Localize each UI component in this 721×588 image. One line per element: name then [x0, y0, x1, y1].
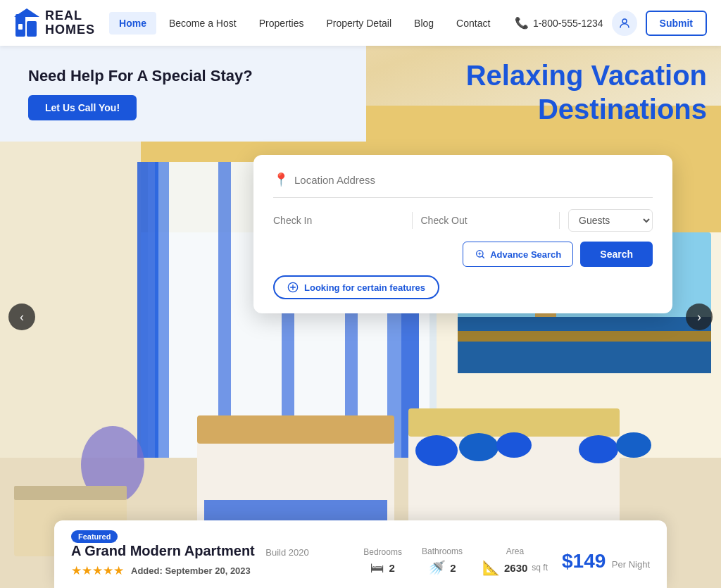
carousel-next-button[interactable]: › [686, 304, 713, 330]
user-account-button[interactable] [612, 11, 637, 36]
hero-section: Need Help For A Special Stay? Let Us Cal… [0, 46, 721, 588]
svg-point-24 [459, 433, 499, 461]
advance-search-icon [475, 249, 486, 260]
svg-rect-1 [27, 21, 37, 37]
svg-point-25 [496, 432, 532, 458]
svg-rect-12 [155, 162, 169, 458]
location-input[interactable] [294, 174, 653, 186]
card-price: $149 Per Night [562, 550, 650, 573]
phone-icon: 📞 [515, 16, 529, 30]
features-button[interactable]: Looking for certain features [273, 275, 439, 299]
search-location-row: 📍 [273, 172, 653, 198]
svg-rect-29 [458, 317, 711, 373]
price-per-label: Per Night [612, 559, 650, 570]
svg-rect-15 [218, 162, 231, 458]
checkin-input[interactable] [273, 212, 403, 229]
svg-point-26 [579, 435, 618, 463]
search-box: 📍 Guests 1 Guest 2 Guests 3 Guests 4+ Gu… [253, 155, 672, 313]
bath-icon: 🚿 [428, 559, 446, 576]
logo-text: REAL HOMES [45, 9, 95, 37]
header-right: 📞 1-800-555-1234 Submit [515, 11, 707, 36]
nav-contact[interactable]: Contact [446, 12, 500, 35]
advance-search-button[interactable]: Advance Search [463, 242, 573, 267]
area-stat: Area 📐 2630 sq ft [482, 546, 548, 576]
property-card: Featured A Grand Modern Apartment Build … [54, 520, 667, 588]
card-stats: Bedrooms 🛏 2 Bathrooms 🚿 2 Area 📐 2630 [363, 546, 548, 576]
nav-blog[interactable]: Blog [404, 12, 444, 35]
logo-real: REAL [45, 9, 95, 23]
svg-point-23 [415, 435, 458, 466]
build-year: Build 2020 [265, 547, 308, 558]
card-info: A Grand Modern Apartment Build 2020 ★★★★… [71, 543, 349, 580]
call-cta-button[interactable]: Let Us Call You! [28, 95, 137, 120]
advance-search-label: Advance Search [490, 249, 561, 260]
guests-select[interactable]: Guests 1 Guest 2 Guests 3 Guests 4+ Gues… [568, 209, 653, 232]
search-dates-row: Guests 1 Guest 2 Guests 3 Guests 4+ Gues… [273, 209, 653, 232]
svg-point-4 [622, 19, 627, 23]
nav-properties[interactable]: Properties [249, 12, 314, 35]
features-label: Looking for certain features [304, 282, 425, 293]
promo-bar: Need Help For A Special Stay? Let Us Cal… [0, 46, 366, 142]
promo-headline: Need Help For A Special Stay? [28, 67, 338, 85]
svg-rect-37 [14, 486, 127, 500]
logo-icon [14, 8, 39, 38]
nav-become-host[interactable]: Become a Host [159, 12, 246, 35]
date-divider [412, 212, 413, 229]
svg-rect-19 [197, 415, 394, 444]
nav-home[interactable]: Home [109, 12, 156, 35]
phone-area: 📞 1-800-555-1234 [515, 16, 603, 30]
main-nav: Home Become a Host Properties Property D… [109, 12, 515, 35]
guests-divider [559, 212, 560, 229]
header: REAL HOMES Home Become a Host Properties… [0, 0, 721, 46]
svg-marker-2 [14, 8, 39, 17]
logo-homes: HOMES [45, 23, 95, 37]
featured-badge: Featured [71, 530, 118, 543]
submit-button[interactable]: Submit [646, 11, 707, 36]
rating-row: ★★★★★ Added: September 20, 2023 [71, 563, 349, 578]
hero-headline: Relaxing Vacation Destinations [355, 58, 707, 126]
bathrooms-stat: Bathrooms 🚿 2 [422, 546, 463, 576]
search-button[interactable]: Search [580, 242, 653, 267]
bedrooms-stat: Bedrooms 🛏 2 [363, 547, 402, 576]
features-plus-icon [287, 282, 299, 293]
star-rating: ★★★★★ [71, 563, 124, 578]
property-price: $149 [562, 550, 606, 572]
phone-number: 1-800-555-1234 [533, 18, 603, 29]
added-text: Added: September 20, 2023 [131, 565, 251, 576]
nav-property-detail[interactable]: Property Detail [316, 12, 401, 35]
logo[interactable]: REAL HOMES [14, 8, 95, 38]
svg-rect-33 [458, 331, 711, 342]
svg-rect-3 [18, 24, 23, 30]
location-pin-icon: 📍 [273, 172, 289, 187]
property-title: A Grand Modern Apartment Build 2020 [71, 543, 349, 559]
search-actions: Advance Search Search [273, 242, 653, 267]
checkout-input[interactable] [421, 212, 551, 229]
bed-icon: 🛏 [370, 560, 384, 576]
svg-point-27 [616, 432, 651, 458]
carousel-prev-button[interactable]: ‹ [8, 304, 35, 330]
user-icon [618, 17, 631, 30]
area-icon: 📐 [482, 559, 500, 576]
